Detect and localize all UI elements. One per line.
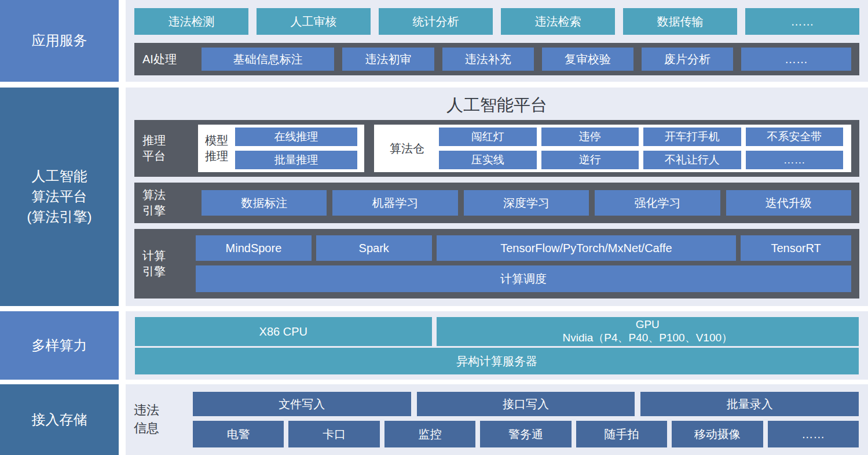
algorithm-repo-label: 算法仓 (382, 141, 432, 156)
block-electronic-police: 电警 (193, 421, 284, 447)
model-inference-box: 模型 推理 在线推理 批量推理 (198, 125, 364, 172)
layer-label-text: 应用服务 (32, 31, 87, 51)
layer-diverse-compute: 多样算力 X86 CPU GPU Nvidia（P4、P40、P100、V100… (0, 311, 868, 380)
block-iterative-upgrade: 迭代升级 (726, 190, 851, 216)
algorithm-repo-grid: 闯红灯 违停 开车打手机 不系安全带 压实线 逆行 不礼让行人 …… (439, 128, 843, 169)
block-ellipsis-top: …… (745, 8, 859, 35)
block-mobile-camera: 移动摄像 (672, 421, 763, 447)
block-illegal-detection: 违法检测 (134, 8, 248, 35)
architecture-diagram: 应用服务 违法检测 人工审核 统计分析 违法检索 数据传输 …… AI处理 基础… (0, 0, 868, 455)
app-services-panel: 违法检测 人工审核 统计分析 违法检索 数据传输 …… AI处理 基础信息标注 … (126, 0, 868, 82)
block-gpu-nvidia: GPU Nvidia（P4、P40、P100、V100） (437, 317, 859, 346)
algorithm-engine-bar: 算法 引擎 数据标注 机器学习 深度学习 强化学习 迭代升级 (134, 183, 859, 223)
block-reinforcement-learning: 强化学习 (595, 190, 720, 216)
ai-processing-bar: AI处理 基础信息标注 违法初审 违法补充 复审校验 废片分析 …… (134, 43, 859, 75)
model-inference-label: 模型 推理 (205, 133, 228, 164)
block-illegal-parking: 违停 (541, 128, 639, 146)
block-compute-scheduling: 计算调度 (196, 265, 851, 292)
block-manual-review: 人工审核 (257, 8, 371, 35)
layer-label-ai-algorithm-platform: 人工智能 算法平台 (算法引擎) (0, 88, 119, 306)
block-illegal-supplement: 违法补充 (442, 48, 534, 71)
block-surveillance: 监控 (384, 421, 475, 447)
block-ellipsis-sources: …… (768, 421, 859, 447)
block-batch-entry: 批量录入 (640, 392, 859, 416)
compute-engine-frameworks: MindSpore Spark TensorFlow/PyTorch/MxNet… (196, 235, 851, 261)
compute-engine-label: 计算 引擎 (142, 248, 196, 279)
block-spark: Spark (316, 235, 432, 261)
layer-label-line: (算法引擎) (27, 207, 92, 227)
diverse-compute-panel: X86 CPU GPU Nvidia（P4、P40、P100、V100） 异构计… (126, 311, 868, 380)
block-red-light-running: 闯红灯 (439, 128, 537, 146)
block-ellipsis-repo: …… (746, 151, 844, 169)
illegal-info-label: 违法 信息 (134, 402, 185, 438)
block-data-labeling: 数据标注 (202, 190, 327, 216)
algorithm-engine-label: 算法 引擎 (142, 187, 196, 219)
block-ellipsis-ai: …… (741, 48, 851, 71)
access-storage-content: 文件写入 接口写入 批量录入 电警 卡口 监控 警务通 随手拍 移动摄像 …… (193, 392, 859, 447)
block-online-inference: 在线推理 (235, 128, 357, 146)
model-inference-buttons: 在线推理 批量推理 (235, 128, 357, 169)
block-statistical-analysis: 统计分析 (379, 8, 493, 35)
layer-ai-algorithm-platform: 人工智能 算法平台 (算法引擎) 人工智能平台 推理 平台 模型 推理 在线推理 (0, 88, 868, 306)
layer-label-diverse-compute: 多样算力 (0, 311, 119, 380)
access-storage-panel: 违法 信息 文件写入 接口写入 批量录入 电警 卡口 监控 警务通 随手拍 移动… (126, 384, 868, 455)
compute-hardware-row: X86 CPU GPU Nvidia（P4、P40、P100、V100） (135, 317, 859, 346)
ai-processing-label: AI处理 (142, 52, 193, 67)
block-mindspore: MindSpore (196, 235, 312, 261)
write-methods-row: 文件写入 接口写入 批量录入 (193, 392, 859, 416)
block-phone-while-driving: 开车打手机 (643, 128, 741, 146)
block-tensorrt: TensorRT (741, 235, 851, 261)
block-illegal-first-review: 违法初审 (342, 48, 434, 71)
block-illegal-search: 违法检索 (501, 8, 615, 35)
layer-app-services: 应用服务 违法检测 人工审核 统计分析 违法检索 数据传输 …… AI处理 基础… (0, 0, 868, 82)
layer-label-app-services: 应用服务 (0, 0, 119, 82)
layer-label-line: 算法平台 (32, 187, 87, 207)
compute-engine-content: MindSpore Spark TensorFlow/PyTorch/MxNet… (196, 235, 851, 292)
block-api-write: 接口写入 (417, 392, 635, 416)
block-wrong-way-driving: 逆行 (541, 151, 639, 169)
block-checkpoint: 卡口 (288, 421, 379, 447)
block-solid-line-crossing: 压实线 (439, 151, 537, 169)
app-services-top-row: 违法检测 人工审核 统计分析 违法检索 数据传输 …… (134, 8, 859, 35)
block-snapshot-app: 随手拍 (576, 421, 667, 447)
ai-platform-title: 人工智能平台 (134, 91, 859, 119)
block-heterogeneous-compute-server: 异构计算服务器 (135, 348, 859, 374)
block-data-transfer: 数据传输 (623, 8, 737, 35)
block-no-seatbelt: 不系安全带 (746, 128, 844, 146)
compute-engine-bar: 计算 引擎 MindSpore Spark TensorFlow/PyTorch… (134, 229, 859, 299)
layer-access-storage: 接入存储 违法 信息 文件写入 接口写入 批量录入 电警 卡口 监控 警务通 随… (0, 384, 868, 455)
inference-platform-label: 推理 平台 (142, 133, 196, 164)
layer-label-text: 多样算力 (32, 336, 87, 356)
block-deep-learning: 深度学习 (464, 190, 589, 216)
ai-platform-panel: 人工智能平台 推理 平台 模型 推理 在线推理 批量推理 (126, 88, 868, 306)
block-tensorflow-pytorch-mxnet-caffe: TensorFlow/PyTorch/MxNet/Caffe (437, 235, 737, 261)
block-recheck-verification: 复审校验 (542, 48, 633, 71)
inference-platform-bar: 推理 平台 模型 推理 在线推理 批量推理 算法仓 闯红灯 (134, 120, 859, 177)
block-machine-learning: 机器学习 (332, 190, 457, 216)
layer-label-access-storage: 接入存储 (0, 384, 119, 455)
block-basic-info-labeling: 基础信息标注 (202, 48, 334, 71)
layer-label-line: 人工智能 (32, 166, 87, 187)
block-batch-inference: 批量推理 (235, 151, 357, 169)
block-police-terminal: 警务通 (480, 421, 571, 447)
algorithm-repo-box: 算法仓 闯红灯 违停 开车打手机 不系安全带 压实线 逆行 不礼让行人 …… (374, 125, 851, 172)
block-not-yielding-pedestrians: 不礼让行人 (643, 151, 741, 169)
data-sources-row: 电警 卡口 监控 警务通 随手拍 移动摄像 …… (193, 421, 859, 447)
block-waste-frame-analysis: 废片分析 (642, 48, 733, 71)
layer-label-text: 接入存储 (32, 410, 87, 430)
block-file-write: 文件写入 (193, 392, 411, 416)
block-x86-cpu: X86 CPU (135, 317, 432, 346)
